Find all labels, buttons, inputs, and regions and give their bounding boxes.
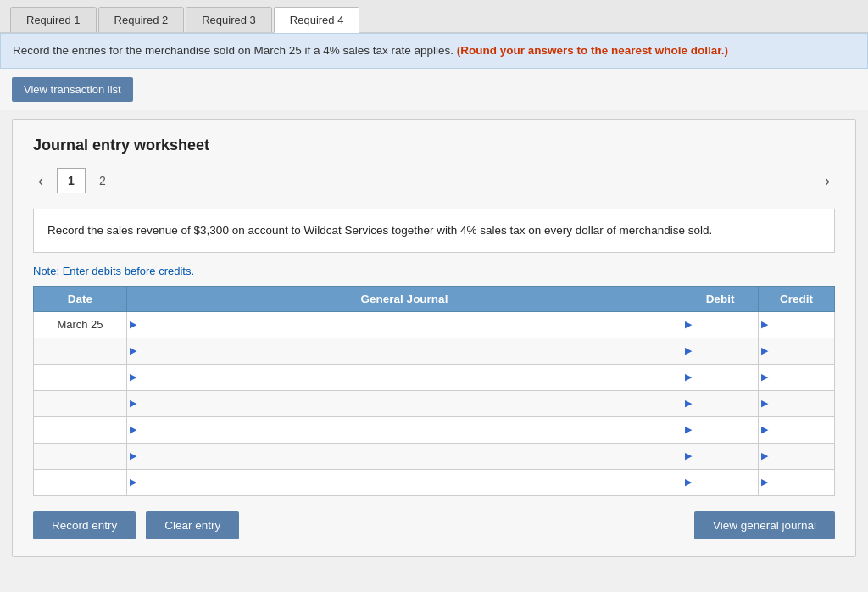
bottom-buttons: Record entry Clear entry View general jo… [33,511,835,539]
credit-cell-5[interactable]: ▶ [759,443,835,469]
credit-input-6[interactable] [768,470,834,495]
debit-arrow-4: ▶ [682,424,692,435]
tabs-container: Required 1 Required 2 Required 3 Require… [0,0,868,33]
credit-cell-2[interactable]: ▶ [759,364,835,390]
credit-arrow-3: ▶ [759,398,768,409]
note-text: Note: Enter debits before credits. [33,265,835,277]
instruction-banner: Record the entries for the merchandise s… [0,33,868,69]
journal-input-1[interactable] [136,338,682,364]
journal-cell-1[interactable]: ▶ [127,338,682,364]
tab-required-3[interactable]: Required 3 [186,7,272,32]
credit-arrow-1: ▶ [759,345,768,356]
debit-cell-0[interactable]: ▶ [682,311,759,338]
debit-input-2[interactable] [692,365,758,390]
journal-arrow-1: ▶ [127,345,136,356]
debit-arrow-2: ▶ [682,371,692,383]
nav-row: ‹ 1 2 › [33,168,835,193]
next-page-arrow[interactable]: › [820,169,835,193]
instruction-highlight-text: (Round your answers to the nearest whole… [457,44,728,57]
clear-entry-button[interactable]: Clear entry [146,511,239,539]
debit-input-6[interactable] [692,470,758,495]
journal-cell-3[interactable]: ▶ [127,390,682,416]
credit-input-4[interactable] [768,417,834,443]
debit-input-0[interactable] [692,312,758,338]
debit-input-1[interactable] [692,338,758,364]
journal-input-6[interactable] [136,470,682,495]
journal-cell-4[interactable]: ▶ [127,416,682,443]
journal-cell-5[interactable]: ▶ [127,443,682,469]
journal-input-5[interactable] [136,444,682,469]
credit-cell-0[interactable]: ▶ [759,311,835,338]
col-header-date: Date [34,286,127,311]
journal-cell-6[interactable]: ▶ [127,469,682,495]
credit-cell-1[interactable]: ▶ [759,338,835,364]
journal-input-2[interactable] [136,365,682,390]
date-cell-2 [34,364,127,390]
journal-input-0[interactable] [136,312,682,338]
credit-arrow-2: ▶ [759,371,768,383]
instruction-main-text: Record the entries for the merchandise s… [13,44,453,57]
table-row: ▶▶▶ [34,469,835,495]
journal-arrow-6: ▶ [127,477,136,488]
journal-arrow-0: ▶ [127,319,136,330]
record-entry-button[interactable]: Record entry [33,511,136,539]
debit-input-4[interactable] [692,417,758,443]
credit-input-2[interactable] [768,365,834,390]
view-transaction-button[interactable]: View transaction list [12,77,133,102]
credit-input-5[interactable] [768,444,834,469]
credit-arrow-5: ▶ [759,450,768,461]
tab-required-2[interactable]: Required 2 [98,7,185,32]
journal-arrow-4: ▶ [127,424,136,435]
tab-required-4[interactable]: Required 4 [274,7,360,33]
debit-arrow-0: ▶ [682,319,692,330]
date-cell-6 [34,469,127,495]
credit-arrow-6: ▶ [759,477,768,488]
debit-input-3[interactable] [692,391,758,416]
debit-input-5[interactable] [692,444,758,469]
table-row: ▶▶▶ [34,338,835,364]
col-header-credit: Credit [759,286,835,311]
col-header-debit: Debit [682,286,759,311]
prev-page-arrow[interactable]: ‹ [33,169,48,193]
credit-cell-3[interactable]: ▶ [759,390,835,416]
date-cell-5 [34,443,127,469]
debit-cell-1[interactable]: ▶ [682,338,759,364]
table-row: ▶▶▶ [34,364,835,390]
date-cell-1 [34,338,127,364]
journal-cell-0[interactable]: ▶ [127,311,682,338]
credit-input-0[interactable] [768,312,834,338]
debit-cell-3[interactable]: ▶ [682,390,759,416]
tab-required-1[interactable]: Required 1 [10,7,97,32]
worksheet-title: Journal entry worksheet [33,137,835,154]
debit-cell-5[interactable]: ▶ [682,443,759,469]
journal-input-4[interactable] [136,417,682,443]
debit-arrow-6: ▶ [682,477,692,488]
date-cell-0: March 25 [34,311,127,338]
current-page-box[interactable]: 1 [57,168,86,193]
credit-arrow-4: ▶ [759,424,768,435]
debit-cell-2[interactable]: ▶ [682,364,759,390]
debit-cell-4[interactable]: ▶ [682,416,759,443]
table-row: ▶▶▶ [34,416,835,443]
view-transaction-area: View transaction list [0,69,868,110]
journal-table: Date General Journal Debit Credit March … [33,286,835,496]
credit-input-1[interactable] [768,338,834,364]
col-header-general-journal: General Journal [127,286,682,311]
journal-cell-2[interactable]: ▶ [127,364,682,390]
credit-cell-6[interactable]: ▶ [759,469,835,495]
credit-cell-4[interactable]: ▶ [759,416,835,443]
journal-arrow-3: ▶ [127,398,136,409]
table-row: ▶▶▶ [34,390,835,416]
journal-input-3[interactable] [136,391,682,416]
date-cell-3 [34,390,127,416]
debit-cell-6[interactable]: ▶ [682,469,759,495]
credit-arrow-0: ▶ [759,319,768,330]
worksheet-card: Journal entry worksheet ‹ 1 2 › Record t… [12,119,856,557]
page-2-label[interactable]: 2 [94,170,111,191]
debit-arrow-1: ▶ [682,345,692,356]
journal-arrow-5: ▶ [127,450,136,461]
view-general-journal-button[interactable]: View general journal [694,511,835,539]
date-cell-4 [34,416,127,443]
credit-input-3[interactable] [768,391,834,416]
journal-arrow-2: ▶ [127,371,136,383]
